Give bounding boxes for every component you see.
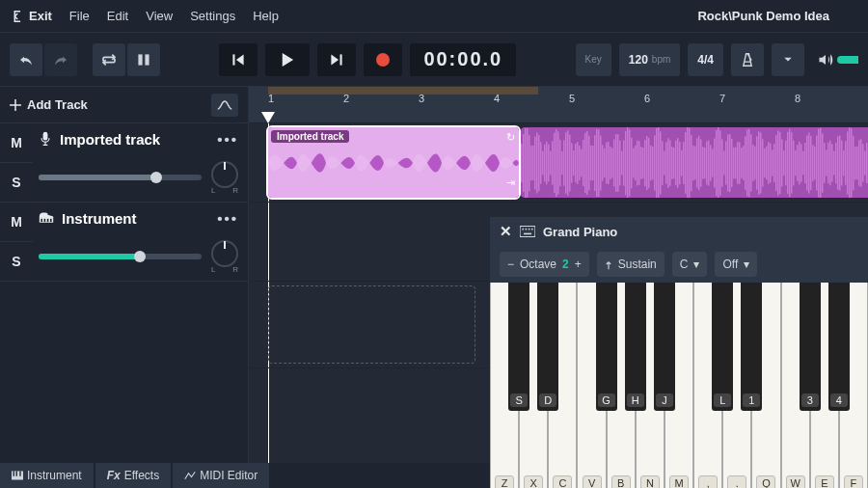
svg-rect-168 — [824, 143, 826, 183]
svg-rect-109 — [710, 145, 712, 180]
svg-rect-13 — [525, 128, 527, 198]
svg-rect-161 — [810, 136, 812, 190]
pan-knob[interactable] — [211, 161, 238, 188]
tab-instrument[interactable]: Instrument — [0, 463, 94, 488]
svg-rect-38 — [573, 150, 575, 176]
tab-effects[interactable]: Fx Effects — [95, 463, 171, 488]
scale-select[interactable]: Off ▾ — [715, 252, 757, 277]
key-label: N — [640, 475, 660, 488]
svg-rect-5 — [41, 219, 42, 222]
tab-label: Instrument — [27, 469, 82, 482]
menu-file[interactable]: File — [69, 9, 90, 23]
menu-settings[interactable]: Settings — [190, 9, 235, 23]
svg-rect-68 — [631, 138, 633, 189]
tab-label: Effects — [124, 469, 159, 482]
timeline-lane[interactable]: Imported track ↻ ⇥ — [249, 123, 868, 203]
clip-handle-icon[interactable]: ⇥ — [506, 176, 515, 189]
mute-button[interactable]: M — [0, 123, 33, 163]
automation-toggle[interactable] — [211, 94, 238, 117]
snap-button[interactable] — [127, 43, 160, 76]
empty-region[interactable] — [268, 285, 475, 364]
root-note-select[interactable]: C ▾ — [672, 252, 708, 277]
svg-rect-101 — [694, 147, 696, 180]
ruler-mark: 3 — [419, 93, 424, 104]
metronome-button[interactable] — [731, 43, 764, 76]
svg-rect-180 — [847, 131, 849, 194]
svg-rect-4 — [43, 132, 48, 141]
metronome-dropdown[interactable] — [772, 43, 804, 76]
octave-down[interactable]: − — [507, 258, 514, 271]
menu-view[interactable]: View — [146, 9, 173, 23]
black-key[interactable]: 4 — [828, 283, 850, 411]
black-key[interactable]: L — [712, 283, 733, 411]
undo-icon — [18, 54, 34, 66]
svg-rect-178 — [843, 150, 845, 176]
black-key[interactable]: G — [596, 283, 617, 411]
svg-rect-0 — [138, 54, 142, 65]
svg-rect-95 — [683, 142, 685, 184]
black-key[interactable]: S — [508, 283, 529, 411]
solo-button[interactable]: S — [0, 163, 33, 202]
exit-label: Exit — [29, 9, 52, 23]
track-volume-slider[interactable] — [39, 254, 202, 259]
svg-rect-118 — [727, 135, 729, 192]
svg-rect-187 — [860, 139, 862, 186]
svg-rect-42 — [581, 149, 583, 177]
black-key[interactable]: 1 — [741, 283, 762, 411]
add-track-button[interactable]: Add Track — [10, 97, 88, 112]
piano-keyboard[interactable]: ZXCVBNM,.QWEF SDGHJL134 — [490, 283, 868, 488]
svg-rect-199 — [19, 472, 21, 476]
audio-clip[interactable]: Imported track ↻ ⇥ — [268, 127, 519, 198]
mode-value: Off — [722, 258, 738, 271]
pan-knob[interactable] — [211, 240, 238, 267]
exit-button[interactable]: Exit — [10, 9, 52, 23]
black-key[interactable]: J — [654, 283, 675, 411]
track-volume-slider[interactable] — [39, 175, 202, 180]
close-button[interactable]: ✕ — [500, 223, 512, 240]
svg-rect-96 — [685, 132, 687, 194]
record-button[interactable] — [364, 43, 402, 76]
solo-button[interactable]: S — [0, 242, 33, 281]
key-label: J — [656, 393, 673, 407]
svg-rect-98 — [689, 128, 691, 198]
tab-midi-editor[interactable]: MIDI Editor — [173, 463, 269, 488]
svg-rect-32 — [561, 151, 563, 175]
master-volume-slider[interactable] — [837, 56, 858, 64]
svg-rect-86 — [665, 142, 667, 183]
tempo-selector[interactable]: 120 bpm — [619, 43, 680, 76]
sustain-button[interactable]: Sustain — [597, 252, 665, 277]
svg-rect-6 — [44, 219, 46, 222]
track-row: M S Instrument ••• LR — [0, 203, 248, 282]
svg-rect-173 — [833, 151, 835, 176]
skip-forward-button[interactable] — [317, 43, 356, 76]
undo-button[interactable] — [10, 43, 42, 76]
play-button[interactable] — [265, 43, 310, 76]
octave-up[interactable]: + — [575, 258, 582, 271]
timeline-ruler[interactable]: 123456789 — [249, 87, 868, 123]
clip-loop-icon[interactable]: ↻ — [506, 131, 515, 144]
svg-rect-34 — [565, 132, 567, 193]
svg-rect-171 — [829, 141, 831, 186]
black-key[interactable]: 3 — [800, 283, 821, 411]
svg-rect-203 — [529, 229, 530, 230]
track-more-button[interactable]: ••• — [217, 210, 238, 227]
main-menu: File Edit View Settings Help — [69, 9, 279, 23]
skip-back-button[interactable] — [219, 43, 258, 76]
menu-help[interactable]: Help — [253, 9, 279, 23]
key-selector[interactable]: Key — [576, 43, 611, 76]
loop-button[interactable] — [93, 43, 125, 76]
black-key[interactable]: H — [625, 283, 646, 411]
svg-rect-188 — [862, 144, 864, 182]
svg-rect-108 — [708, 140, 710, 185]
mute-button[interactable]: M — [0, 203, 33, 242]
svg-rect-127 — [745, 136, 746, 190]
octave-control[interactable]: − Octave 2 + — [500, 252, 589, 277]
timesig-selector[interactable]: 4/4 — [688, 43, 723, 76]
redo-button[interactable] — [44, 43, 77, 76]
svg-rect-205 — [524, 233, 531, 235]
audio-clip[interactable] — [521, 127, 868, 198]
track-more-button[interactable]: ••• — [217, 131, 238, 148]
key-label: L — [714, 393, 731, 407]
menu-edit[interactable]: Edit — [107, 9, 128, 23]
black-key[interactable]: D — [537, 283, 558, 411]
